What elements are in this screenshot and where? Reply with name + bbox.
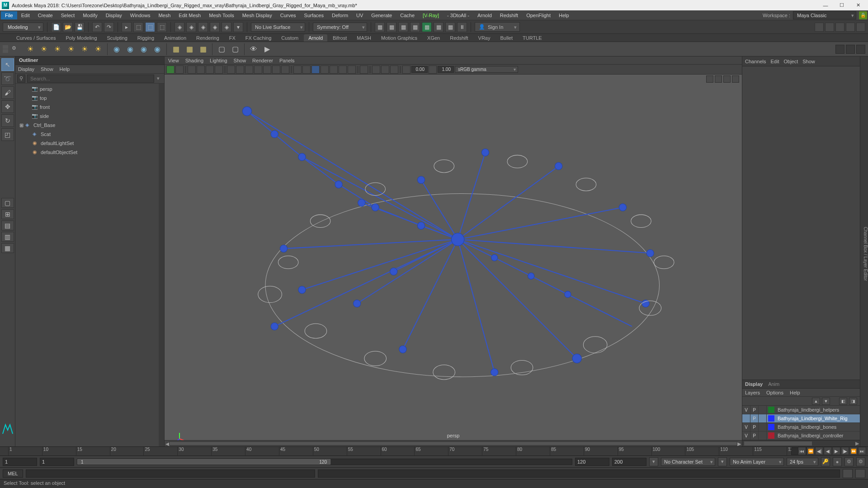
shelf-tab[interactable]: Curves / Surfaces — [12, 34, 60, 42]
select-object-button[interactable]: ⬚ — [133, 22, 143, 32]
arnold-utilities-icon[interactable]: ▢ — [229, 43, 241, 55]
snap-curve-button[interactable]: ◈ — [186, 22, 196, 32]
shelf-tab[interactable]: TURTLE — [518, 34, 547, 42]
bookmark-button[interactable] — [188, 66, 196, 74]
layer-display-type[interactable] — [759, 414, 767, 422]
outliner-item-ctrl-base[interactable]: ⊞◈Ctrl_Base — [15, 121, 159, 130]
layer-row[interactable]: PBathyraja_Lindbergi_White_Rig — [742, 414, 860, 423]
layer-scroll-thumb[interactable] — [744, 441, 812, 446]
arnold-mesh-light-icon[interactable]: ☀ — [52, 43, 63, 55]
shelf-tab[interactable]: Custom — [277, 34, 303, 42]
shelf-tab[interactable]: Bifrost — [328, 34, 351, 42]
viewport-menu-view[interactable]: View — [168, 58, 179, 63]
safe-title-button[interactable] — [281, 66, 289, 74]
toggle-attr-button[interactable] — [835, 23, 844, 32]
menu-generate[interactable]: Generate — [367, 11, 396, 19]
time-slider[interactable]: 1101520253035404550556065707580859095100… — [0, 446, 868, 455]
shelf-tab[interactable]: MASH — [352, 34, 376, 42]
gate-mask-button[interactable] — [254, 66, 262, 74]
arnold-grid-icon[interactable]: ▦ — [170, 43, 182, 55]
range-slider-thumb[interactable]: 1 120 — [77, 459, 330, 465]
outliner-scrollbar[interactable] — [159, 84, 164, 446]
shelf-editor-button[interactable] — [3, 45, 8, 53]
toggle-channel-button[interactable] — [856, 23, 865, 32]
layer-row[interactable]: VPBathyraja_lindbergi_bones — [742, 423, 860, 432]
command-help-button[interactable] — [855, 469, 865, 478]
layer-playback-toggle[interactable]: P — [750, 423, 759, 431]
layout-graph-button[interactable]: ▦ — [1, 243, 14, 253]
menu-surfaces[interactable]: Surfaces — [300, 11, 328, 19]
layer-move-down-button[interactable]: ▼ — [822, 398, 830, 405]
shelf-right-button-2[interactable] — [846, 45, 855, 54]
2d-pan-button[interactable] — [206, 66, 214, 74]
outliner-menu-display[interactable]: Display — [18, 66, 34, 72]
layout-persp-button[interactable]: ▥ — [1, 232, 14, 242]
command-language-label[interactable]: MEL — [3, 469, 23, 478]
select-camera-button[interactable] — [166, 66, 175, 74]
workspace-dropdown[interactable]: Maya Classic — [793, 11, 856, 19]
anti-alias-button[interactable] — [348, 66, 356, 74]
grease-pencil-button[interactable] — [215, 66, 223, 74]
shelf-tab[interactable]: XGen — [423, 34, 444, 42]
outliner-item-default-light-set[interactable]: ◉defaultLightSet — [15, 139, 159, 148]
lasso-tool-button[interactable]: ➰ — [1, 72, 14, 85]
shelf-right-button-1[interactable] — [835, 45, 844, 54]
viewport-hscrollbar[interactable]: ◀ ▶ — [165, 440, 742, 446]
layer-menu-help[interactable]: Help — [790, 390, 800, 395]
save-scene-button[interactable]: 💾 — [75, 22, 85, 32]
menu-edit[interactable]: Edit — [17, 11, 34, 19]
cb-tab-object[interactable]: Object — [783, 59, 798, 64]
menu-set-dropdown[interactable]: Modeling — [3, 23, 43, 32]
layer-scroll-right-icon[interactable]: ▶ — [855, 441, 859, 446]
smooth-shade-button[interactable] — [302, 66, 311, 74]
attribute-editor-tab[interactable]: Channel Box / Layer Editor — [860, 56, 868, 446]
layer-visible-toggle[interactable]: V — [742, 432, 750, 440]
anim-prefs-button[interactable]: ⚙ — [844, 457, 854, 466]
window-close-button[interactable]: ✕ — [850, 1, 866, 10]
outliner-menu-show[interactable]: Show — [41, 66, 53, 72]
range-start-inner[interactable] — [40, 458, 74, 466]
layer-playback-toggle[interactable]: P — [750, 414, 759, 422]
shelf-tab[interactable]: Bullet — [496, 34, 518, 42]
step-forward-button[interactable]: |▶ — [841, 447, 849, 455]
xray-joints-button[interactable] — [381, 66, 389, 74]
expand-icon[interactable]: ⊞ — [19, 122, 24, 128]
arnold-light-portal-icon[interactable]: ☀ — [79, 43, 90, 55]
layer-playback-toggle[interactable]: P — [750, 406, 759, 414]
layer-tab-anim[interactable]: Anim — [768, 381, 779, 387]
shelf-tab-active[interactable]: Arnold — [304, 34, 327, 42]
menu-select[interactable]: Select — [57, 11, 79, 19]
layer-new-empty-button[interactable]: ◧ — [839, 398, 847, 405]
layer-playback-toggle[interactable]: P — [750, 432, 759, 440]
time-slider-track[interactable]: 1101520253035404550556065707580859095100… — [8, 447, 787, 455]
menu-arnold[interactable]: Arnold — [473, 11, 496, 19]
safe-action-button[interactable] — [272, 66, 280, 74]
undo-button[interactable]: ↶ — [92, 22, 102, 32]
motion-blur-button[interactable] — [339, 66, 347, 74]
play-forward-button[interactable]: ▶ — [832, 447, 840, 455]
scroll-right-icon[interactable]: ▶ — [736, 441, 742, 447]
character-set-dropdown[interactable]: No Character Set — [661, 458, 715, 466]
select-component-button[interactable]: ⬚ — [145, 22, 155, 32]
snap-plane-button[interactable]: ◈ — [210, 22, 220, 32]
range-start-outer[interactable] — [3, 458, 37, 466]
image-plane-button[interactable] — [197, 66, 205, 74]
range-end-outer[interactable] — [612, 458, 646, 466]
arnold-renderview-icon[interactable]: 👁 — [248, 43, 259, 55]
fps-dropdown[interactable]: 24 fps — [787, 458, 818, 466]
step-back-button[interactable]: ◀| — [815, 447, 823, 455]
viewport-menu-shading[interactable]: Shading — [185, 58, 203, 63]
new-scene-button[interactable]: 📄 — [51, 22, 61, 32]
shelf-right-button-3[interactable] — [856, 45, 865, 54]
shelf-tab[interactable]: FX — [225, 34, 240, 42]
open-scene-button[interactable]: 📂 — [63, 22, 73, 32]
range-slider[interactable]: 1 120 — [77, 459, 572, 465]
toggle-modeling-button[interactable] — [825, 23, 834, 32]
arnold-flush-icon[interactable]: ◉ — [151, 43, 163, 55]
layer-display-type[interactable] — [759, 423, 767, 431]
shelf-tab[interactable]: FX Caching — [241, 34, 276, 42]
outliner-item-front[interactable]: 📷front — [15, 103, 159, 112]
menu-uv[interactable]: UV — [352, 11, 367, 19]
outliner-item-persp[interactable]: 📷persp — [15, 84, 159, 94]
outliner-search-dropdown[interactable]: ▾ — [154, 75, 162, 81]
